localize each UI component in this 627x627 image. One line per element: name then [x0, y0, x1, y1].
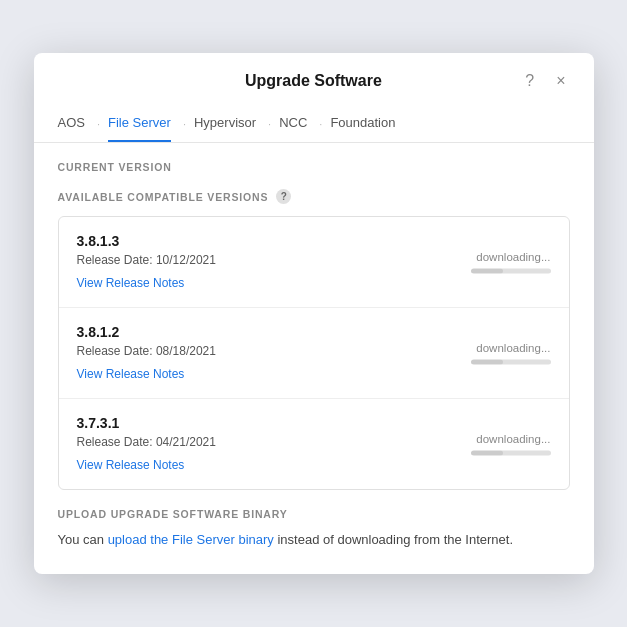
download-status-2: downloading... — [471, 342, 551, 365]
view-release-notes-3[interactable]: View Release Notes — [77, 458, 185, 472]
tabs-bar: AOS · File Server · Hypervisor · NCC · F… — [34, 105, 594, 143]
available-label: AVAILABLE COMPATIBLE VERSIONS — [58, 191, 269, 203]
tab-file-server[interactable]: File Server — [108, 105, 171, 142]
modal-overlay: Upgrade Software ? × AOS · File Server ·… — [0, 0, 627, 627]
progress-fill-3 — [471, 451, 503, 456]
version-item-2: 3.8.1.2 Release Date: 08/18/2021 View Re… — [59, 308, 569, 399]
modal-header: Upgrade Software ? × — [34, 53, 594, 91]
version-number-3: 3.7.3.1 — [77, 415, 551, 431]
view-release-notes-2[interactable]: View Release Notes — [77, 367, 185, 381]
modal-title: Upgrade Software — [106, 72, 522, 90]
upload-label: UPLOAD UPGRADE SOFTWARE BINARY — [58, 508, 570, 520]
version-item-3: 3.7.3.1 Release Date: 04/21/2021 View Re… — [59, 399, 569, 489]
available-header: AVAILABLE COMPATIBLE VERSIONS ? — [58, 189, 570, 204]
upload-section: UPLOAD UPGRADE SOFTWARE BINARY You can u… — [58, 508, 570, 550]
progress-bar-2 — [471, 360, 551, 365]
tab-dot-1: · — [97, 118, 100, 130]
available-help-icon[interactable]: ? — [276, 189, 291, 204]
tab-dot-4: · — [319, 118, 322, 130]
tab-foundation[interactable]: Foundation — [330, 105, 395, 142]
modal-body: CURRENT VERSION AVAILABLE COMPATIBLE VER… — [34, 143, 594, 574]
upgrade-software-modal: Upgrade Software ? × AOS · File Server ·… — [34, 53, 594, 574]
downloading-text-1: downloading... — [476, 251, 550, 263]
current-version-label: CURRENT VERSION — [58, 161, 570, 173]
progress-fill-2 — [471, 360, 503, 365]
upload-text-after: instead of downloading from the Internet… — [274, 532, 513, 547]
tab-dot-2: · — [183, 118, 186, 130]
close-button[interactable]: × — [552, 71, 569, 91]
progress-bar-1 — [471, 269, 551, 274]
tab-hypervisor[interactable]: Hypervisor — [194, 105, 256, 142]
current-version-section: CURRENT VERSION — [58, 161, 570, 173]
downloading-text-3: downloading... — [476, 433, 550, 445]
downloading-text-2: downloading... — [476, 342, 550, 354]
tab-ncc[interactable]: NCC — [279, 105, 307, 142]
tab-dot-3: · — [268, 118, 271, 130]
upload-text-before: You can — [58, 532, 108, 547]
progress-fill-1 — [471, 269, 503, 274]
progress-bar-3 — [471, 451, 551, 456]
modal-header-actions: ? × — [521, 71, 569, 91]
download-status-1: downloading... — [471, 251, 551, 274]
download-status-3: downloading... — [471, 433, 551, 456]
versions-container: 3.8.1.3 Release Date: 10/12/2021 View Re… — [58, 216, 570, 490]
upload-text: You can upload the File Server binary in… — [58, 530, 570, 550]
version-number-1: 3.8.1.3 — [77, 233, 551, 249]
tab-aos[interactable]: AOS — [58, 105, 85, 142]
version-item-1: 3.8.1.3 Release Date: 10/12/2021 View Re… — [59, 217, 569, 308]
version-number-2: 3.8.1.2 — [77, 324, 551, 340]
help-button[interactable]: ? — [521, 71, 538, 91]
view-release-notes-1[interactable]: View Release Notes — [77, 276, 185, 290]
upload-link[interactable]: upload the File Server binary — [108, 532, 274, 547]
